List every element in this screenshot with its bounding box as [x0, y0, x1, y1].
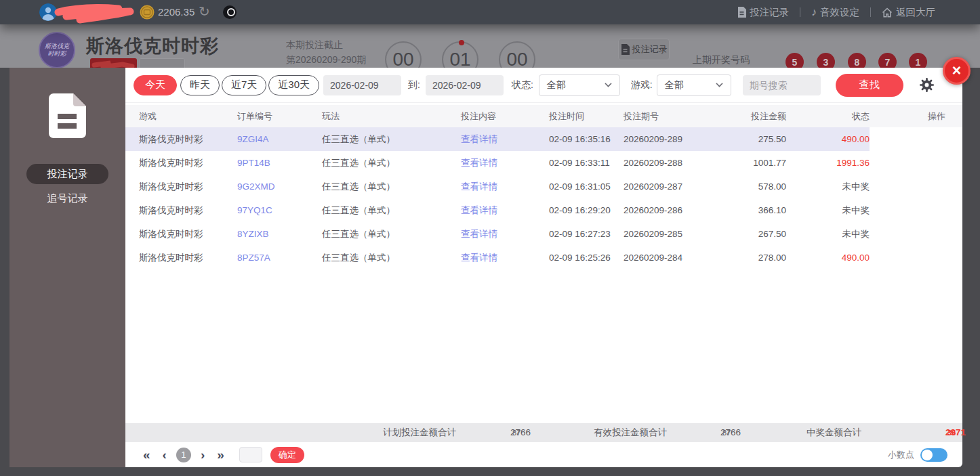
- music-note-icon: ♪: [811, 7, 817, 17]
- period-label: 第20260209-290期: [286, 52, 366, 67]
- sidebar-item-bet-records[interactable]: 投注记录: [26, 164, 108, 184]
- view-details-link[interactable]: 查看详情: [461, 181, 549, 193]
- view-details-link[interactable]: 查看详情: [461, 228, 549, 240]
- cell-play: 任三直选（单式）: [322, 133, 461, 146]
- cell-status: 1991.36: [786, 158, 870, 168]
- cell-amount: 578.00: [718, 181, 786, 192]
- sidebar-item-chase-records[interactable]: 追号记录: [9, 192, 125, 205]
- cell-status: 未中奖: [786, 181, 870, 193]
- to-label: 到:: [408, 79, 420, 91]
- cell-period: 20260209-285: [624, 229, 718, 239]
- cell-game: 斯洛伐克时时彩: [125, 181, 237, 193]
- view-details-link[interactable]: 查看详情: [461, 252, 549, 264]
- table-row[interactable]: 斯洛伐克时时彩 8YZIXB 任三直选（单式） 查看详情 02-09 16:27…: [125, 222, 962, 246]
- col-period: 投注期号: [624, 110, 718, 123]
- next-page-icon[interactable]: ›: [201, 448, 205, 461]
- cell-order-link[interactable]: 8YZIXB: [237, 229, 322, 239]
- cell-time: 02-09 16:31:05: [549, 181, 624, 192]
- close-icon[interactable]: ×: [943, 57, 971, 85]
- eye-visibility-icon[interactable]: [223, 5, 237, 19]
- cell-play: 任三直选（单式）: [322, 181, 461, 193]
- search-button[interactable]: 查找: [836, 74, 903, 97]
- view-details-link[interactable]: 查看详情: [461, 133, 549, 146]
- period-search-input[interactable]: [743, 75, 821, 95]
- col-status: 状态: [786, 110, 870, 123]
- page-number-input[interactable]: [239, 447, 262, 462]
- home-icon: [882, 7, 893, 18]
- col-time: 投注时间: [549, 110, 624, 123]
- cell-amount: 267.50: [718, 229, 786, 239]
- summary-bar: 计划投注金额合计 2766.87 有效投注金额合计 2766.87 中奖金额合计…: [125, 423, 962, 442]
- prev-page-icon[interactable]: ‹: [163, 448, 167, 461]
- date-from-input[interactable]: [323, 75, 401, 95]
- col-game: 游戏: [125, 110, 237, 123]
- status-label: 状态:: [512, 79, 533, 91]
- bet-records-panel: 今天 昨天 近7天 近30天 到: 状态: 全部 游戏: 全部 查找: [125, 68, 962, 467]
- menu-divider: [800, 7, 800, 17]
- cell-game: 斯洛伐克时时彩: [125, 252, 237, 264]
- last-draw-label: 上期开奖号码: [693, 54, 750, 66]
- col-order: 订单编号: [237, 110, 322, 123]
- records-document-icon: [49, 93, 86, 138]
- cell-play: 任三直选（单式）: [322, 204, 461, 217]
- cell-order-link[interactable]: 9PT14B: [237, 158, 322, 168]
- cell-game: 斯洛伐克时时彩: [125, 228, 237, 240]
- header-bet-record-button[interactable]: 投注记录: [618, 39, 670, 60]
- first-page-icon[interactable]: «: [143, 448, 150, 461]
- lottery-logo: 斯洛伐克时时彩: [39, 32, 75, 68]
- filter-bar: 今天 昨天 近7天 近30天 到: 状态: 全部 游戏: 全部 查找: [125, 68, 962, 103]
- gear-icon[interactable]: [919, 77, 935, 93]
- quick-filter-30days[interactable]: 近30天: [268, 75, 319, 95]
- deadline-block: 本期投注截止 第20260209-290期: [286, 37, 366, 67]
- quick-filter-yesterday[interactable]: 昨天: [180, 75, 220, 95]
- col-action: 操作: [870, 110, 962, 123]
- chevron-down-icon: [716, 83, 723, 87]
- table-row[interactable]: 斯洛伐克时时彩 9PT14B 任三直选（单式） 查看详情 02-09 16:33…: [125, 151, 962, 175]
- date-to-input[interactable]: [426, 75, 504, 95]
- cell-status: 490.00: [786, 134, 870, 144]
- col-amount: 投注金额: [718, 110, 786, 123]
- cell-order-link[interactable]: 9ZGI4A: [237, 134, 322, 144]
- cell-amount: 1001.77: [718, 158, 786, 168]
- cell-play: 任三直选（单式）: [322, 157, 461, 169]
- quick-filter-today[interactable]: 今天: [134, 75, 177, 95]
- cell-order-link[interactable]: 8PZ57A: [237, 253, 322, 263]
- view-details-link[interactable]: 查看详情: [461, 204, 549, 217]
- quick-filter-7days[interactable]: 近7天: [222, 75, 266, 95]
- table-header-row: 游戏 订单编号 玩法 投注内容 投注时间 投注期号 投注金额 状态 操作: [125, 105, 962, 127]
- cell-order-link[interactable]: 97YQ1C: [237, 205, 322, 215]
- cell-period: 20260209-287: [624, 181, 718, 192]
- cell-play: 任三直选（单式）: [322, 228, 461, 240]
- col-play: 玩法: [322, 110, 461, 123]
- cell-period: 20260209-284: [624, 253, 718, 263]
- cell-order-link[interactable]: 9G2XMD: [237, 181, 322, 192]
- confirm-page-button[interactable]: 确定: [270, 447, 304, 463]
- cell-game: 斯洛伐克时时彩: [125, 204, 237, 217]
- table-row[interactable]: 斯洛伐克时时彩 9G2XMD 任三直选（单式） 查看详情 02-09 16:31…: [125, 175, 962, 198]
- decimal-toggle[interactable]: [920, 448, 947, 462]
- coin-icon: [140, 5, 155, 20]
- cell-period: 20260209-288: [624, 158, 718, 168]
- status-select[interactable]: 全部: [539, 74, 620, 96]
- refresh-balance-icon[interactable]: ↻: [199, 3, 210, 20]
- table-row[interactable]: 斯洛伐克时时彩 8PZ57A 任三直选（单式） 查看详情 02-09 16:25…: [125, 246, 962, 269]
- table-row[interactable]: 斯洛伐克时时彩 9ZGI4A 任三直选（单式） 查看详情 02-09 16:35…: [125, 127, 962, 151]
- menu-return-lobby[interactable]: 返回大厅: [882, 6, 935, 19]
- menu-sound-settings[interactable]: ♪ 音效设定: [811, 6, 859, 19]
- game-select[interactable]: 全部: [657, 74, 731, 96]
- cell-time: 02-09 16:25:26: [549, 253, 624, 263]
- view-details-link[interactable]: 查看详情: [461, 157, 549, 169]
- cell-status: 未中奖: [786, 228, 870, 240]
- last-page-icon[interactable]: »: [217, 448, 224, 461]
- menu-bet-records[interactable]: 投注记录: [737, 6, 789, 19]
- modal-sidebar: 投注记录 追号记录: [9, 68, 125, 467]
- chevron-down-icon: [605, 83, 612, 87]
- balance-amount: 2206.35: [158, 6, 195, 18]
- cell-game: 斯洛伐克时时彩: [125, 157, 237, 169]
- game-title: 斯洛伐克时时彩: [86, 34, 219, 58]
- table-row[interactable]: 斯洛伐克时时彩 97YQ1C 任三直选（单式） 查看详情 02-09 16:29…: [125, 198, 962, 222]
- current-page-badge[interactable]: 1: [176, 448, 191, 462]
- game-label: 游戏:: [631, 79, 653, 91]
- valid-total-label: 有效投注金额合计: [594, 423, 667, 442]
- top-menu: 投注记录 ♪ 音效设定 返回大厅: [737, 0, 935, 24]
